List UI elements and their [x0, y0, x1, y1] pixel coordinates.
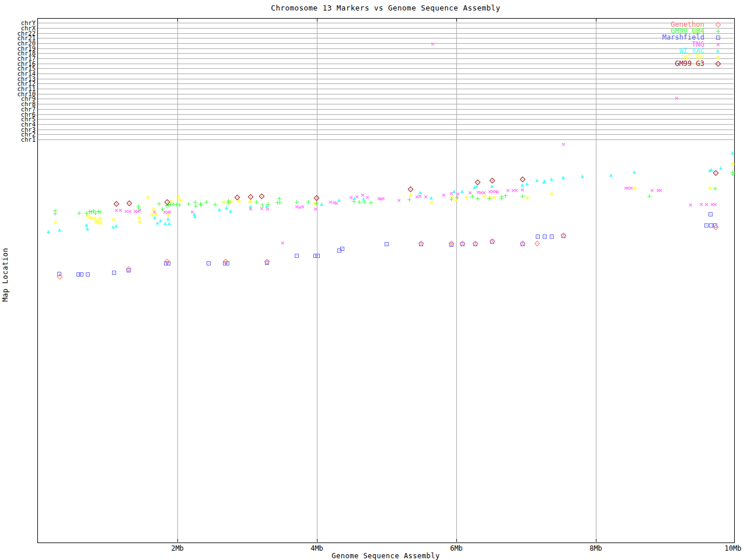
point-wi-yac: [337, 198, 341, 202]
point-gm99-gb4: [53, 212, 57, 216]
point-gm99-gb4: [521, 194, 525, 198]
tick-bottom-6mb: [456, 539, 457, 542]
point-wi-rh: [54, 220, 58, 225]
point-gm99-gb4: [407, 198, 411, 202]
point-gm99-gb4: [266, 202, 270, 206]
point-wi-yac: [525, 182, 529, 186]
point-gm99-gb4: [260, 203, 264, 207]
point-wi-yac: [731, 151, 734, 155]
point-wi-yac: [490, 184, 494, 188]
point-gm99-gb4: [315, 201, 319, 205]
point-wi-yac: [249, 205, 252, 208]
grid-line-chr15: [38, 68, 734, 69]
grid-line-chr7: [38, 109, 734, 110]
x-tick-2mb: 2Mb: [163, 544, 191, 552]
point-marshfield: [385, 242, 389, 246]
point-wi-yac: [581, 174, 584, 178]
tick-bottom-4mb: [317, 539, 317, 542]
tick-bottom-2mb: [177, 539, 178, 542]
x-tick-6mb: 6Mb: [442, 544, 470, 552]
point-gm99-gb4: [295, 200, 299, 204]
point-gm99-gb4: [160, 207, 165, 211]
point-wi-rh: [550, 192, 554, 196]
point-gm99-gb4: [277, 197, 281, 201]
point-gm99-gb4: [476, 197, 480, 201]
point-wi-rh: [409, 193, 413, 197]
tick-bottom-8mb: [596, 539, 596, 542]
point-gm99-gb4: [77, 211, 81, 215]
grid-line-chr13: [38, 79, 734, 79]
tick-top-4mb: [317, 19, 317, 22]
legend-symbol-wi-rh: [716, 55, 720, 60]
point-wi-yac: [193, 215, 197, 218]
legend-symbol-gm99-gb4: [716, 29, 720, 33]
grid-line-chr11: [38, 89, 734, 89]
grid-line-chr2: [38, 134, 734, 135]
grid-line-chr9: [38, 99, 734, 99]
point-wi-rh: [166, 213, 170, 217]
point-gm99-gb4: [487, 197, 491, 201]
plot-area: [37, 18, 735, 543]
tick-top-8mb: [596, 19, 596, 22]
point-gm99-gb4: [98, 210, 102, 214]
point-gm99-gb4: [500, 197, 504, 201]
point-marshfield: [536, 235, 540, 239]
grid-line-chr12: [38, 83, 734, 84]
point-gm99-gb4: [187, 202, 191, 206]
point-gm99-gb4: [177, 203, 181, 207]
point-wi-yac: [218, 208, 221, 211]
point-wi-yac: [550, 177, 553, 181]
point-wi-yac: [535, 178, 539, 182]
legend-symbol-marshfield: [716, 36, 720, 40]
point-gm99-gb4: [226, 201, 231, 205]
point-gm99-gb4: [193, 200, 197, 204]
point-wi-yac: [521, 183, 524, 187]
legend-symbol-wi-yac: [716, 49, 720, 52]
point-gm99-gb4: [731, 172, 735, 176]
point-wi-yac: [561, 176, 565, 179]
point-wi-yac: [86, 227, 89, 230]
point-wi-rh: [492, 195, 496, 200]
point-wi-rh: [525, 196, 529, 200]
legend-label-gm99-g3: GM99 G3: [629, 60, 704, 68]
point-wi-rh: [430, 201, 434, 205]
grid-line-chr5: [38, 119, 734, 120]
point-wi-yac: [452, 190, 456, 193]
point-wi-yac: [47, 230, 50, 233]
point-gm99-gb4: [470, 194, 474, 198]
point-wi-rh: [99, 221, 103, 225]
point-gm99-gb4: [357, 200, 361, 204]
point-marshfield: [704, 223, 708, 228]
point-wi-yac: [633, 170, 636, 174]
point-wi-rh: [465, 195, 469, 200]
x-axis-title: Genome Sequence Assembly: [331, 552, 439, 560]
point-marshfield: [550, 235, 554, 239]
point-gm99-gb4: [199, 203, 203, 207]
point-gm99-gb4: [369, 201, 373, 205]
point-wi-yac: [114, 224, 118, 228]
grid-line-chr4: [38, 124, 734, 125]
point-wi-rh: [146, 195, 150, 200]
point-marshfield: [207, 261, 211, 265]
point-gm99-gb4: [194, 204, 198, 208]
point-gm99-gb4: [647, 194, 651, 198]
point-wi-yac: [229, 209, 232, 213]
point-wi-rh: [154, 212, 158, 216]
point-gm99-gb4: [449, 197, 453, 201]
grid-line-6mb: [456, 19, 457, 542]
point-gm99-gb4: [278, 201, 282, 205]
grid-line-chr1: [38, 139, 734, 140]
grid-line-chr10: [38, 94, 734, 94]
point-gm99-gb4: [213, 202, 217, 206]
point-wi-yac: [320, 202, 323, 206]
y-label-chr1: chr1: [1, 136, 36, 142]
point-wi-yac: [58, 228, 61, 232]
point-gm99-gb4: [137, 206, 141, 210]
point-wi-yac: [167, 222, 171, 225]
point-wi-yac: [163, 222, 167, 225]
point-gm99-gb4: [504, 194, 508, 198]
x-tick-8mb: 8Mb: [582, 544, 610, 552]
x-tick-4mb: 4Mb: [303, 544, 331, 552]
point-wi-yac: [543, 179, 546, 183]
point-marshfield: [340, 247, 344, 251]
